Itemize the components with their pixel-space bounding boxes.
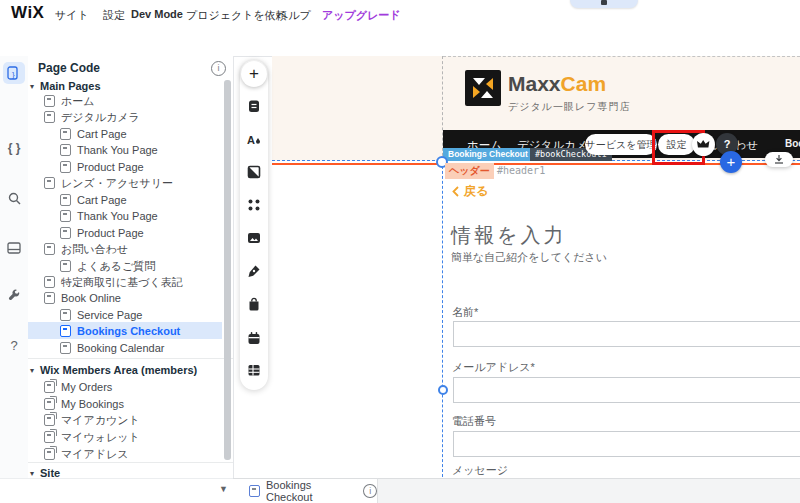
rail-item-packages[interactable] <box>0 288 28 305</box>
divider <box>28 462 233 463</box>
tree-item[interactable]: お問い合わせ <box>44 241 128 257</box>
vector-pen-icon[interactable] <box>247 264 261 278</box>
page-icon <box>44 243 55 255</box>
tree-item[interactable]: Booking Calendar <box>60 340 164 356</box>
wrench-icon <box>7 288 21 302</box>
info-icon[interactable]: i <box>211 61 226 76</box>
tree-item[interactable]: Thank You Page <box>60 142 158 158</box>
tree-item-label: My Orders <box>61 381 112 393</box>
tree-item-label: Product Page <box>77 161 144 173</box>
site-title[interactable]: MaxxCam <box>508 72 606 96</box>
tree-item-home[interactable]: ホーム <box>44 93 95 109</box>
wix-logo[interactable]: WiX <box>11 3 44 23</box>
tree-item-bookings-checkout[interactable]: Bookings Checkout <box>60 323 180 339</box>
phone-label: 電話番号 <box>452 414 496 429</box>
svg-text:A: A <box>247 134 255 146</box>
tree-item-label: マイウォレット <box>61 430 140 445</box>
text-icon[interactable] <box>247 99 261 113</box>
site-nav-partial[interactable]: Boo <box>785 138 800 149</box>
back-link[interactable]: 戻る <box>452 183 488 200</box>
menu-settings[interactable]: 設定 <box>103 8 125 23</box>
site-tagline[interactable]: デジタル一眼レフ専門店 <box>508 100 630 114</box>
scroll-down-icon[interactable]: ▼ <box>219 484 228 494</box>
tree-item[interactable]: マイアカウント <box>44 412 140 428</box>
header-label-tag[interactable]: ヘッダー <box>445 163 494 179</box>
image-icon[interactable] <box>247 231 261 245</box>
phone-input[interactable] <box>453 431 800 457</box>
tree-item[interactable]: My Orders <box>44 379 112 395</box>
members-page-icon <box>44 448 55 460</box>
tree-item[interactable]: マイアドレス <box>44 446 129 462</box>
panel-scrollbar[interactable] <box>224 80 231 460</box>
menu-dev-mode[interactable]: Dev Mode <box>131 8 183 20</box>
tree-item-label: 特定商取引に基づく表記 <box>61 275 183 290</box>
tree-item-label: Cart Page <box>77 128 127 140</box>
question-icon: ? <box>724 138 731 150</box>
tree-item[interactable]: My Bookings <box>44 396 124 412</box>
collapse-topbar-pill[interactable] <box>570 0 638 8</box>
tree-item[interactable]: Service Page <box>60 307 142 323</box>
tree-item[interactable]: Product Page <box>60 225 144 241</box>
members-page-icon <box>44 381 55 393</box>
rail-item-search[interactable] <box>0 192 28 208</box>
media-icon[interactable] <box>247 165 261 179</box>
tree-item-label: マイアカウント <box>61 413 140 428</box>
tree-item[interactable]: Product Page <box>60 159 144 175</box>
add-element-button[interactable]: + <box>241 61 267 87</box>
name-input[interactable] <box>453 321 800 347</box>
help-icon: ? <box>10 338 17 353</box>
tree-item-label: Book Online <box>61 292 121 304</box>
menu-upgrade[interactable]: アップグレード <box>322 8 401 23</box>
tree-item[interactable]: デジタルカメラ <box>44 109 140 125</box>
page-code-icon: } <box>7 66 21 80</box>
tree-item[interactable]: Thank You Page <box>60 208 158 224</box>
arrow-to-line-icon <box>774 155 784 164</box>
plus-icon: + <box>727 153 736 170</box>
tree-section-main-pages[interactable]: ▾Main Pages <box>30 78 101 94</box>
menu-help[interactable]: ヘルプ <box>277 8 311 23</box>
bottom-tab-label: Bookings Checkout <box>266 479 357 503</box>
chevron-left-icon <box>452 186 459 197</box>
rail-item-collections[interactable] <box>0 242 28 257</box>
logo-text-cam: Cam <box>561 72 607 95</box>
attach-to-bottom-button[interactable] <box>765 152 793 167</box>
design-icon[interactable]: A <box>247 132 261 146</box>
add-to-header-button[interactable]: + <box>720 151 742 173</box>
email-input[interactable] <box>453 377 800 403</box>
tree-item[interactable]: Book Online <box>44 290 121 306</box>
tree-item[interactable]: 特定商取引に基づく表記 <box>44 274 183 290</box>
tree-item-label: デジタルカメラ <box>61 110 140 125</box>
info-icon[interactable]: i <box>363 484 377 498</box>
selected-page-tag[interactable]: Bookings Checkout <box>443 148 533 161</box>
cms-icon[interactable] <box>247 363 261 377</box>
bookings-icon[interactable] <box>247 331 261 345</box>
section-label: Wix Members Area (members) <box>40 364 197 376</box>
tree-item[interactable]: Cart Page <box>60 192 127 208</box>
tree-item-label: Product Page <box>77 227 144 239</box>
tree-item[interactable]: Cart Page <box>60 126 127 142</box>
layout-icon[interactable] <box>247 198 261 212</box>
page-icon <box>44 276 55 288</box>
page-icon <box>44 95 55 107</box>
bottom-tab-bookings-checkout[interactable]: Bookings Checkout i <box>233 478 378 503</box>
tree-item-label: Thank You Page <box>77 210 158 222</box>
maxxcam-logo-icon[interactable] <box>465 70 501 106</box>
tree-item[interactable]: マイウォレット <box>44 429 140 445</box>
premium-button[interactable] <box>692 133 715 156</box>
tree-item[interactable]: レンズ・アクセサリー <box>44 175 173 191</box>
dev-left-rail: } { } ? <box>0 56 28 503</box>
tree-item-label: ホーム <box>61 94 95 109</box>
tree-item[interactable]: よくあるご質問 <box>60 258 155 274</box>
rail-item-public-code[interactable]: { } <box>0 141 28 155</box>
form-subtitle: 簡単な自己紹介をしてください <box>451 250 607 265</box>
rail-item-help[interactable]: ? <box>0 338 28 353</box>
page-icon <box>60 144 71 156</box>
store-icon[interactable] <box>247 297 261 311</box>
menu-site[interactable]: サイト <box>55 8 89 23</box>
rail-item-page-code[interactable]: } <box>3 62 25 84</box>
tree-section-members[interactable]: ▾Wix Members Area (members) <box>30 362 197 378</box>
selection-handle[interactable] <box>438 385 448 395</box>
page-toolbar: ページ : Bookings C... <box>0 26 800 57</box>
menu-hire-professional[interactable]: プロジェクトを依頼 <box>186 8 287 23</box>
manage-services-button[interactable]: サービスを管理 <box>585 134 657 155</box>
